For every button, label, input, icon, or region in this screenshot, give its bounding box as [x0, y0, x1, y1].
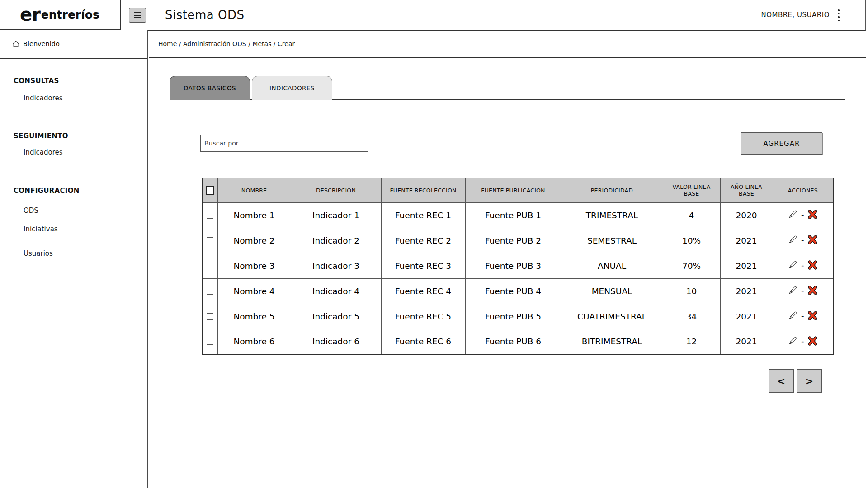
- cell-acciones: -: [773, 253, 833, 278]
- table-row: Nombre 5Indicador 5Fuente REC 5Fuente PU…: [203, 304, 833, 329]
- header-descripcion: DESCRIPCION: [291, 178, 381, 202]
- cell-nombre: Nombre 3: [217, 253, 291, 278]
- cell-descripcion: Indicador 5: [291, 304, 381, 329]
- header-anio-linea-base: AÑO LINEA BASE: [720, 178, 773, 202]
- cell-select: [203, 304, 217, 329]
- tab-indicadores[interactable]: INDICADORES: [252, 76, 332, 100]
- edit-pencil-icon[interactable]: [788, 235, 798, 244]
- cell-valor-linea-base: 70%: [663, 253, 720, 278]
- tab-datos-basicos[interactable]: DATOS BASICOS: [170, 76, 250, 100]
- logo-entrerios-text: entreríos: [41, 8, 99, 21]
- cell-select: [203, 278, 217, 304]
- sidebar: Bienvenido CONSULTAS Indicadores SEGUIMI…: [0, 30, 148, 488]
- cell-fuente-recoleccion: Fuente REC 5: [381, 304, 465, 329]
- table-header-row: NOMBRE DESCRIPCION FUENTE RECOLECCION FU…: [203, 178, 833, 202]
- table-body: Nombre 1Indicador 1Fuente REC 1Fuente PU…: [203, 202, 833, 354]
- delete-x-icon[interactable]: [807, 209, 818, 220]
- app-logo: er entreríos: [0, 0, 121, 30]
- cell-acciones: -: [773, 228, 833, 253]
- cell-fuente-publicacion: Fuente PUB 1: [465, 202, 561, 228]
- cell-periodicidad: MENSUAL: [561, 278, 663, 304]
- sidebar-item-consultas-indicadores[interactable]: Indicadores: [24, 94, 63, 102]
- kebab-menu-icon[interactable]: [834, 7, 843, 23]
- header-acciones: ACCIONES: [773, 178, 833, 202]
- cell-periodicidad: ANUAL: [561, 253, 663, 278]
- row-checkbox[interactable]: [207, 288, 213, 295]
- cell-valor-linea-base: 10: [663, 278, 720, 304]
- select-all-checkbox[interactable]: [206, 186, 214, 195]
- delete-x-icon[interactable]: [807, 336, 818, 346]
- top-header-bar: Sistema ODS NOMBRE, USUARIO: [121, 0, 866, 31]
- row-checkbox[interactable]: [207, 338, 213, 345]
- user-name-label[interactable]: NOMBRE, USUARIO: [761, 0, 830, 30]
- sidebar-item-iniciativas[interactable]: Iniciativas: [24, 225, 58, 233]
- content-panel: DATOS BASICOS INDICADORES AGREGAR NOMBRE…: [170, 76, 845, 466]
- row-checkbox[interactable]: [207, 237, 213, 244]
- agregar-button[interactable]: AGREGAR: [741, 132, 822, 155]
- cell-valor-linea-base: 10%: [663, 228, 720, 253]
- row-checkbox[interactable]: [207, 212, 213, 219]
- sidebar-item-seguimiento-indicadores[interactable]: Indicadores: [24, 148, 63, 156]
- actions-separator: -: [801, 286, 804, 295]
- cell-anio-linea-base: 2021: [720, 304, 773, 329]
- header-select-all: [203, 178, 217, 202]
- cell-anio-linea-base: 2020: [720, 202, 773, 228]
- cell-fuente-recoleccion: Fuente REC 1: [381, 202, 465, 228]
- cell-valor-linea-base: 12: [663, 329, 720, 354]
- cell-fuente-recoleccion: Fuente REC 4: [381, 278, 465, 304]
- edit-pencil-icon[interactable]: [788, 260, 798, 270]
- pagination-next-button[interactable]: >: [797, 369, 822, 393]
- cell-valor-linea-base: 4: [663, 202, 720, 228]
- cell-fuente-recoleccion: Fuente REC 2: [381, 228, 465, 253]
- delete-x-icon[interactable]: [807, 235, 818, 245]
- table-row: Nombre 6Indicador 6Fuente REC 6Fuente PU…: [203, 329, 833, 354]
- cell-anio-linea-base: 2021: [720, 253, 773, 278]
- cell-periodicidad: CUATRIMESTRAL: [561, 304, 663, 329]
- edit-pencil-icon[interactable]: [788, 336, 798, 346]
- row-checkbox[interactable]: [207, 263, 213, 269]
- actions-separator: -: [801, 235, 804, 244]
- search-input[interactable]: [200, 135, 368, 152]
- cell-anio-linea-base: 2021: [720, 329, 773, 354]
- header-fuente-recoleccion: FUENTE RECOLECCION: [381, 178, 465, 202]
- cell-nombre: Nombre 4: [217, 278, 291, 304]
- sidebar-item-usuarios[interactable]: Usuarios: [24, 249, 53, 258]
- breadcrumb[interactable]: Home / Administración ODS / Metas / Crea…: [158, 40, 295, 47]
- hamburger-icon: [134, 12, 141, 13]
- table-row: Nombre 4Indicador 4Fuente REC 4Fuente PU…: [203, 278, 833, 304]
- sidebar-section-consultas: CONSULTAS: [14, 77, 59, 85]
- sidebar-section-configuracion: CONFIGURACION: [14, 187, 80, 195]
- cell-anio-linea-base: 2021: [720, 228, 773, 253]
- delete-x-icon[interactable]: [807, 260, 818, 270]
- sidebar-section-seguimiento: SEGUIMIENTO: [14, 132, 68, 140]
- cell-periodicidad: SEMESTRAL: [561, 228, 663, 253]
- cell-periodicidad: TRIMESTRAL: [561, 202, 663, 228]
- home-icon: [12, 40, 20, 48]
- cell-fuente-publicacion: Fuente PUB 5: [465, 304, 561, 329]
- table-row: Nombre 1Indicador 1Fuente REC 1Fuente PU…: [203, 202, 833, 228]
- cell-fuente-recoleccion: Fuente REC 6: [381, 329, 465, 354]
- edit-pencil-icon[interactable]: [788, 209, 798, 219]
- edit-pencil-icon[interactable]: [788, 285, 798, 295]
- cell-acciones: -: [773, 304, 833, 329]
- cell-anio-linea-base: 2021: [720, 278, 773, 304]
- cell-fuente-recoleccion: Fuente REC 3: [381, 253, 465, 278]
- cell-nombre: Nombre 2: [217, 228, 291, 253]
- delete-x-icon[interactable]: [807, 310, 818, 321]
- cell-nombre: Nombre 6: [217, 329, 291, 354]
- cell-fuente-publicacion: Fuente PUB 2: [465, 228, 561, 253]
- edit-pencil-icon[interactable]: [788, 310, 798, 320]
- delete-x-icon[interactable]: [807, 285, 818, 296]
- header-nombre: NOMBRE: [217, 178, 291, 202]
- sidebar-item-ods[interactable]: ODS: [24, 206, 38, 215]
- sidebar-item-bienvenido[interactable]: Bienvenido: [0, 30, 147, 59]
- cell-valor-linea-base: 34: [663, 304, 720, 329]
- cell-fuente-publicacion: Fuente PUB 4: [465, 278, 561, 304]
- header-valor-linea-base: VALOR LINEA BASE: [663, 178, 720, 202]
- row-checkbox[interactable]: [207, 313, 213, 320]
- hamburger-menu-button[interactable]: [129, 8, 146, 23]
- table-row: Nombre 3Indicador 3Fuente REC 3Fuente PU…: [203, 253, 833, 278]
- actions-separator: -: [801, 311, 804, 320]
- pagination-prev-button[interactable]: <: [769, 369, 794, 393]
- cell-descripcion: Indicador 2: [291, 228, 381, 253]
